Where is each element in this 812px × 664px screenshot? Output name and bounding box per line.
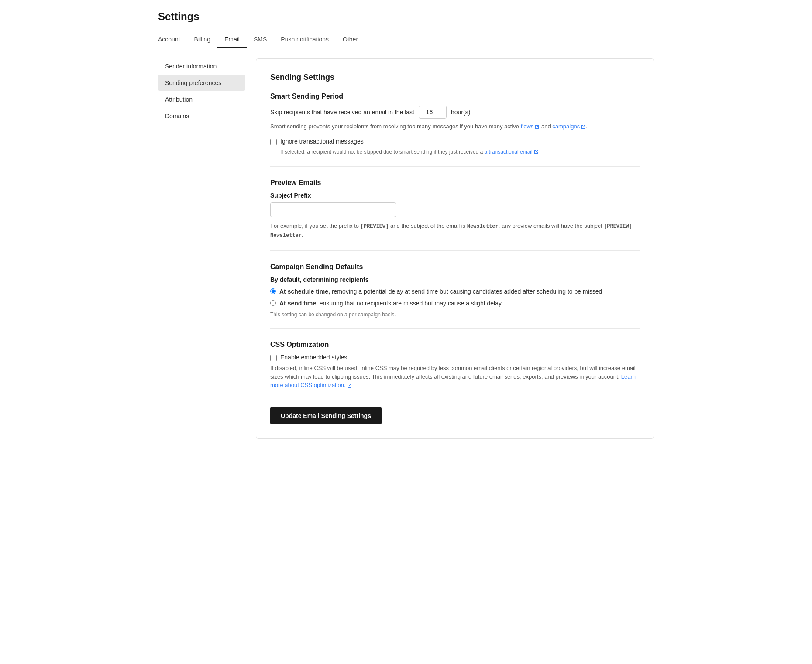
ignore-transactional-checkbox[interactable]	[270, 139, 277, 145]
section-title: Sending Settings	[270, 73, 640, 82]
top-nav: Account Billing Email SMS Push notificat…	[158, 31, 654, 48]
tab-push-notifications[interactable]: Push notifications	[274, 31, 336, 48]
tab-sms[interactable]: SMS	[247, 31, 274, 48]
tab-billing[interactable]: Billing	[187, 31, 217, 48]
divider-1	[270, 166, 640, 167]
main-panel: Sending Settings Smart Sending Period Sk…	[256, 58, 654, 439]
update-button[interactable]: Update Email Sending Settings	[270, 407, 382, 424]
campaign-setting-note: This setting can be changed on a per cam…	[270, 311, 640, 318]
schedule-time-row: At schedule time, removing a potential d…	[270, 288, 640, 296]
css-optimization-description: If disabled, inline CSS will be used. In…	[270, 364, 640, 390]
smart-sending-title: Smart Sending Period	[270, 92, 640, 100]
divider-3	[270, 328, 640, 329]
campaign-defaults-title: Campaign Sending Defaults	[270, 263, 640, 271]
schedule-time-label: At schedule time, removing a potential d…	[279, 288, 602, 296]
sidebar-item-domains[interactable]: Domains	[158, 108, 245, 124]
smart-sending-description: Smart sending prevents your recipients f…	[270, 122, 640, 131]
preview-emails-title: Preview Emails	[270, 179, 640, 187]
send-time-label: At send time, ensuring that no recipient…	[279, 299, 503, 308]
smart-sending-field-label: Skip recipients that have received an em…	[270, 109, 414, 116]
flows-link[interactable]: flows	[521, 123, 540, 130]
embedded-styles-checkbox[interactable]	[270, 355, 277, 361]
smart-sending-hours-input[interactable]	[419, 106, 447, 119]
sidebar-item-sender-information[interactable]: Sender information	[158, 58, 245, 74]
ignore-transactional-row: Ignore transactional messages	[270, 138, 640, 145]
page-title: Settings	[158, 10, 654, 23]
subject-prefix-input[interactable]	[270, 202, 396, 217]
sidebar: Sender information Sending preferences A…	[158, 58, 245, 439]
css-optimization-title: CSS Optimization	[270, 341, 640, 349]
send-time-row: At send time, ensuring that no recipient…	[270, 299, 640, 308]
send-time-radio[interactable]	[270, 300, 276, 306]
css-optimization-link[interactable]: Learn more about CSS optimization.	[270, 373, 636, 389]
subject-prefix-label: Subject Prefix	[270, 192, 640, 199]
smart-sending-field-row: Skip recipients that have received an em…	[270, 106, 640, 119]
tab-other[interactable]: Other	[336, 31, 365, 48]
embedded-styles-row: Enable embedded styles	[270, 354, 640, 361]
divider-2	[270, 250, 640, 251]
by-default-label: By default, determining recipients	[270, 276, 640, 283]
campaigns-link[interactable]: campaigns	[552, 123, 586, 130]
tab-email[interactable]: Email	[217, 31, 247, 48]
recipients-radio-group: At schedule time, removing a potential d…	[270, 288, 640, 308]
sidebar-item-attribution[interactable]: Attribution	[158, 92, 245, 107]
embedded-styles-label: Enable embedded styles	[280, 354, 347, 361]
tab-account[interactable]: Account	[158, 31, 187, 48]
smart-sending-hours-suffix: hour(s)	[451, 109, 470, 116]
sidebar-item-sending-preferences[interactable]: Sending preferences	[158, 75, 245, 91]
transactional-email-link[interactable]: a transactional email	[485, 149, 539, 155]
schedule-time-radio[interactable]	[270, 288, 276, 294]
subject-prefix-example: For example, if you set the prefix to [P…	[270, 222, 640, 240]
ignore-transactional-label: Ignore transactional messages	[280, 138, 364, 145]
ignore-transactional-description: If selected, a recipient would not be sk…	[280, 148, 640, 156]
